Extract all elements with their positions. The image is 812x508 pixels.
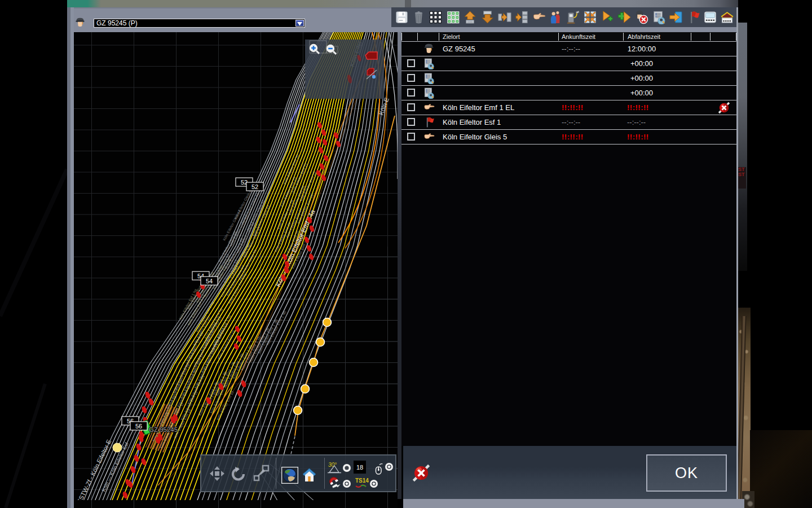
svg-text:TS14: TS14 xyxy=(355,478,369,484)
svg-text:54: 54 xyxy=(206,278,213,284)
svg-text:56: 56 xyxy=(135,423,142,430)
svg-text:GZ 95245: GZ 95245 xyxy=(149,426,178,433)
svg-text:18: 18 xyxy=(356,464,363,471)
svg-text:52: 52 xyxy=(251,183,258,190)
